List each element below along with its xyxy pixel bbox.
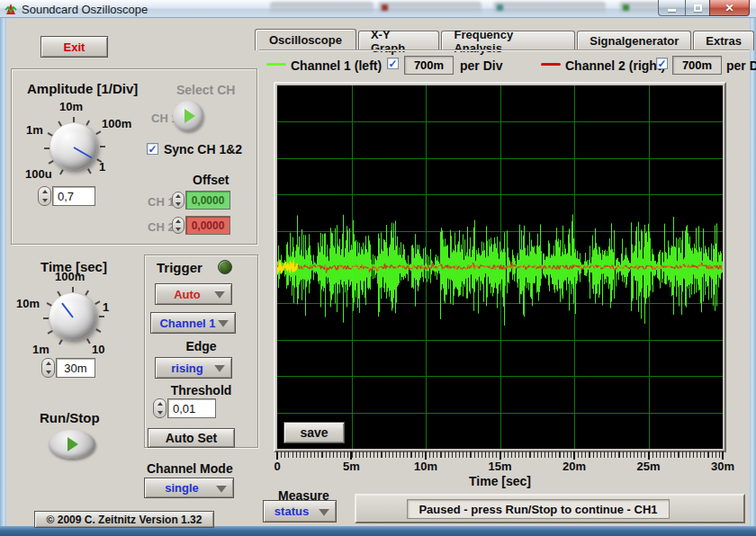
edge-label: Edge bbox=[144, 339, 258, 353]
select-ch-arrow-icon bbox=[184, 109, 195, 123]
amplitude-scale-label: 100u bbox=[25, 167, 52, 181]
chevron-down-icon bbox=[214, 291, 225, 299]
ch2-per-div-field[interactable]: 700m bbox=[672, 56, 722, 75]
tab-x-y-graph[interactable]: X-Y Graph bbox=[358, 31, 440, 50]
copyright-text: © 2009 C. Zeitnitz Version 1.32 bbox=[47, 514, 202, 526]
channel-mode-title: Channel Mode bbox=[147, 461, 233, 476]
status-text: Paused - press Run/Stop to continue - CH… bbox=[418, 503, 657, 516]
auto-set-button[interactable]: Auto Set bbox=[148, 428, 235, 448]
amplitude-scale-label: 1 bbox=[99, 160, 105, 174]
offset-ch2-field[interactable]: 0,0000 bbox=[185, 216, 230, 235]
trigger-title: Trigger bbox=[157, 260, 202, 275]
trigger-edge-dropdown[interactable]: rising bbox=[155, 357, 232, 379]
title-bar: Soundcard Oszilloscope ✕ bbox=[0, 0, 756, 18]
offset-ch1-spinner[interactable] bbox=[172, 192, 184, 209]
run-icon bbox=[68, 437, 78, 451]
channel-mode-dropdown[interactable]: single bbox=[144, 478, 234, 498]
offset-ch2-value: 0,0000 bbox=[192, 219, 225, 232]
offset-ch2-label: CH 2 bbox=[148, 220, 175, 234]
tab-extras[interactable]: Extras bbox=[693, 31, 754, 50]
chevron-down-icon bbox=[218, 320, 229, 327]
threshold-value: 0,01 bbox=[173, 402, 195, 415]
save-label: save bbox=[300, 425, 328, 440]
x-major-tick bbox=[722, 451, 724, 460]
time-knob[interactable] bbox=[41, 285, 104, 348]
status-message: Paused - press Run/Stop to continue - CH… bbox=[407, 499, 670, 519]
check-icon: ✓ bbox=[657, 58, 666, 69]
tab-oscilloscope[interactable]: Oscilloscope bbox=[255, 29, 356, 50]
copyright-bar: © 2009 C. Zeitnitz Version 1.32 bbox=[34, 511, 214, 528]
minimize-icon bbox=[668, 9, 676, 12]
auto-set-label: Auto Set bbox=[166, 431, 218, 445]
window-title: Soundcard Oszilloscope bbox=[22, 3, 148, 16]
background-window-ghost bbox=[378, 2, 482, 13]
amplitude-value: 0,7 bbox=[58, 190, 74, 203]
time-scale-label: 10 bbox=[92, 343, 104, 356]
threshold-label: Threshold bbox=[144, 383, 258, 398]
x-tick-label: 0 bbox=[274, 460, 280, 473]
ch1-legend-swatch bbox=[266, 63, 286, 66]
ch1-legend-label: Channel 1 (left) bbox=[291, 58, 382, 73]
time-scale-label: 100m bbox=[55, 270, 85, 283]
offset-ch2-spinner[interactable] bbox=[172, 217, 184, 234]
select-ch-button[interactable] bbox=[173, 101, 203, 131]
offset-ch1-field[interactable]: 0,0000 bbox=[185, 191, 230, 210]
amplitude-knob-dial[interactable] bbox=[50, 123, 97, 170]
run-stop-label: Run/Stop bbox=[40, 410, 100, 425]
time-spinner[interactable] bbox=[41, 358, 55, 378]
chevron-down-icon bbox=[216, 485, 227, 492]
tab-panel-edge bbox=[259, 50, 750, 51]
measure-dropdown[interactable]: status bbox=[263, 500, 337, 523]
background-window-ghost bbox=[493, 2, 606, 13]
x-major-tick bbox=[500, 451, 501, 460]
trigger-source-dropdown[interactable]: Channel 1 bbox=[150, 312, 236, 334]
background-window-ghost bbox=[270, 2, 374, 13]
run-stop-button[interactable] bbox=[49, 430, 95, 459]
select-ch-title: Select CH bbox=[176, 83, 235, 97]
ch1-per-div-label: per Div bbox=[460, 58, 502, 73]
x-major-tick bbox=[350, 451, 352, 460]
channel-mode-value: single bbox=[165, 481, 199, 495]
close-icon: ✕ bbox=[724, 1, 734, 15]
amplitude-scale-label: 100m bbox=[102, 117, 131, 130]
maximize-button[interactable] bbox=[685, 0, 709, 16]
chevron-down-icon bbox=[214, 365, 225, 372]
x-tick-label: 15m bbox=[488, 460, 511, 473]
tab-strip: OscilloscopeX-Y GraphFrequency AnalysisS… bbox=[255, 29, 756, 50]
tab-signalgenerator[interactable]: Signalgenerator bbox=[577, 31, 691, 50]
check-icon: ✓ bbox=[388, 58, 397, 69]
amplitude-title: Amplitude [1/Div] bbox=[27, 81, 138, 96]
x-tick-label: 25m bbox=[636, 460, 660, 473]
close-button[interactable]: ✕ bbox=[709, 0, 750, 16]
amplitude-value-field[interactable]: 0,7 bbox=[52, 186, 95, 206]
sync-checkbox[interactable]: ✓ bbox=[147, 143, 158, 155]
ch2-scale-checkbox[interactable]: ✓ bbox=[656, 58, 668, 69]
threshold-field[interactable]: 0,01 bbox=[167, 398, 216, 418]
x-major-tick bbox=[573, 451, 575, 460]
app-icon bbox=[4, 3, 18, 16]
time-scale-label: 1m bbox=[32, 343, 50, 356]
ch2-legend-label: Channel 2 (right) bbox=[565, 58, 665, 73]
trigger-mode-value: Auto bbox=[174, 288, 201, 301]
time-scale-label: 1 bbox=[103, 300, 109, 314]
time-knob-pointer bbox=[61, 302, 74, 317]
trigger-mode-dropdown[interactable]: Auto bbox=[155, 283, 232, 305]
ch1-per-div-value: 700m bbox=[414, 58, 444, 72]
offset-ch1-label: CH 1 bbox=[148, 195, 175, 209]
scope-display bbox=[277, 85, 723, 449]
amplitude-spinner[interactable] bbox=[38, 186, 51, 206]
time-value: 30m bbox=[64, 362, 86, 375]
save-button[interactable]: save bbox=[284, 422, 345, 443]
time-knob-dial[interactable] bbox=[50, 293, 96, 340]
minimize-button[interactable] bbox=[658, 0, 685, 16]
ch1-per-div-field[interactable]: 700m bbox=[404, 56, 454, 75]
threshold-spinner[interactable] bbox=[153, 398, 166, 418]
exit-label: Exit bbox=[64, 40, 86, 54]
check-icon: ✓ bbox=[148, 144, 157, 155]
ch1-scale-checkbox[interactable]: ✓ bbox=[387, 58, 399, 69]
tab-frequency-analysis[interactable]: Frequency Analysis bbox=[441, 31, 575, 50]
x-tick-label: 10m bbox=[414, 460, 437, 473]
time-value-field[interactable]: 30m bbox=[56, 358, 95, 378]
exit-button[interactable]: Exit bbox=[40, 36, 108, 58]
offset-ch1-value: 0,0000 bbox=[192, 194, 225, 207]
